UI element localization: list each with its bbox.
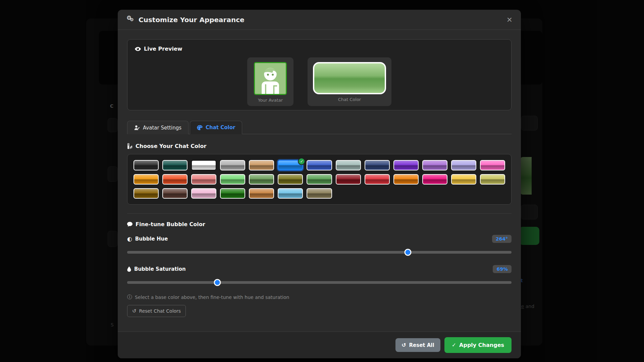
section-divider [127,213,512,214]
reset-all-label: Reset All [409,342,434,348]
dialog-body: Live Preview [118,30,521,326]
color-swatch[interactable] [133,174,159,185]
color-swatch[interactable] [480,160,505,170]
color-swatch[interactable] [422,174,447,185]
chat-color-preview-label: Chat Color [338,97,361,102]
apply-changes-label: Apply Changes [459,342,504,348]
customize-appearance-dialog: ⚙ ⚙ Customize Your Appearance × [118,10,521,358]
eye-icon [135,47,141,51]
undo-icon: ↺ [132,308,137,314]
color-swatch[interactable] [393,174,419,185]
color-swatch[interactable] [278,188,303,199]
color-swatch[interactable] [220,188,245,199]
check-icon: ✓ [452,342,456,348]
color-swatch[interactable] [365,174,390,185]
selected-check-badge: ✓ [298,158,305,165]
color-swatch[interactable] [422,160,447,170]
close-icon: × [507,14,512,25]
color-swatch-panel: ✓ [127,154,512,205]
live-preview-heading: Live Preview [135,46,504,52]
chat-color-preview-swatch [313,62,386,94]
droplet-icon [127,266,131,272]
color-swatch[interactable] [249,188,274,199]
color-swatch[interactable] [162,160,187,170]
color-swatch[interactable] [393,160,419,170]
color-swatch[interactable] [451,174,476,185]
color-swatch[interactable] [133,188,159,199]
color-swatch[interactable] [278,174,303,185]
tab-chat-color[interactable]: Chat Color [190,121,242,134]
color-swatch-grid: ✓ [133,160,505,199]
color-swatch[interactable] [220,160,245,170]
hue-slider-thumb[interactable] [404,249,411,256]
dialog-footer: ↺ Reset All ✓ Apply Changes [118,331,521,358]
preview-cards: Your Avatar Chat Color [135,57,504,106]
user-edit-icon [134,125,140,130]
hue-value-badge: 264° [492,235,512,243]
swatchbook-icon [127,143,132,149]
live-preview-panel: Live Preview [127,39,512,110]
palette-icon [197,125,203,130]
gears-icon: ⚙ ⚙ [126,16,135,24]
color-swatch[interactable] [307,160,332,170]
saturation-slider[interactable] [127,281,512,284]
color-swatch[interactable] [365,160,390,170]
tab-avatar-settings[interactable]: Avatar Settings [127,121,189,134]
color-swatch[interactable] [480,174,505,185]
color-swatch[interactable] [191,188,216,199]
contrast-icon: ◐ [127,236,132,242]
apply-changes-button[interactable]: ✓ Apply Changes [444,337,512,353]
color-swatch[interactable] [162,174,187,185]
reset-chat-colors-button[interactable]: ↺ Reset Chat Colors [127,305,186,317]
color-swatch[interactable] [451,160,476,170]
avatar-preview-image [254,62,287,95]
live-preview-heading-text: Live Preview [144,46,182,52]
color-swatch[interactable] [249,174,274,185]
color-swatch[interactable] [307,188,332,199]
avatar-preview-card: Your Avatar [247,57,293,106]
color-swatch[interactable] [336,174,361,185]
color-swatch[interactable] [307,174,332,185]
speech-bubble-icon [127,222,132,227]
hue-label: ◐ Bubble Hue [127,236,168,242]
color-swatch[interactable] [162,188,187,199]
color-swatch[interactable]: ✓ [278,160,303,170]
fine-tune-heading: Fine-tune Bubble Color [127,221,512,227]
reset-chat-colors-label: Reset Chat Colors [139,308,181,314]
fine-tune-info: ⓘ Select a base color above, then fine-t… [127,294,512,300]
color-swatch[interactable] [191,174,216,185]
hue-slider[interactable] [127,251,512,254]
avatar-preview-label: Your Avatar [258,98,283,103]
tab-avatar-settings-label: Avatar Settings [143,125,181,131]
settings-tabs: Avatar Settings Chat Color [127,120,512,134]
screen: C S t ce and ⚙ ⚙ Customize Your Appearan… [0,0,644,362]
color-swatch[interactable] [249,160,274,170]
saturation-value-badge: 69% [493,265,512,273]
fine-tune-info-text: Select a base color above, then fine-tun… [135,295,289,300]
saturation-row: Bubble Saturation 69% [127,265,512,273]
hue-row: ◐ Bubble Hue 264° [127,235,512,243]
hue-label-text: Bubble Hue [135,236,168,242]
saturation-label-text: Bubble Saturation [134,266,186,272]
tab-chat-color-label: Chat Color [206,124,235,131]
dialog-header: ⚙ ⚙ Customize Your Appearance × [118,10,521,30]
color-swatch[interactable] [220,174,245,185]
fine-tune-heading-text: Fine-tune Bubble Color [136,221,205,227]
color-swatch[interactable] [133,160,159,170]
reset-all-button[interactable]: ↺ Reset All [395,338,440,352]
chat-color-preview-card: Chat Color [308,57,391,106]
close-button[interactable]: × [507,15,512,24]
info-icon: ⓘ [127,294,132,300]
saturation-label: Bubble Saturation [127,266,186,272]
undo-icon: ↺ [401,342,406,348]
color-swatch[interactable] [336,160,361,170]
choose-color-heading: Choose Your Chat Color [127,143,512,149]
color-swatch[interactable] [191,160,216,170]
choose-color-heading-text: Choose Your Chat Color [136,143,206,149]
dialog-title: ⚙ ⚙ Customize Your Appearance [126,16,245,24]
saturation-slider-thumb[interactable] [214,279,221,286]
dialog-title-text: Customize Your Appearance [139,16,245,24]
